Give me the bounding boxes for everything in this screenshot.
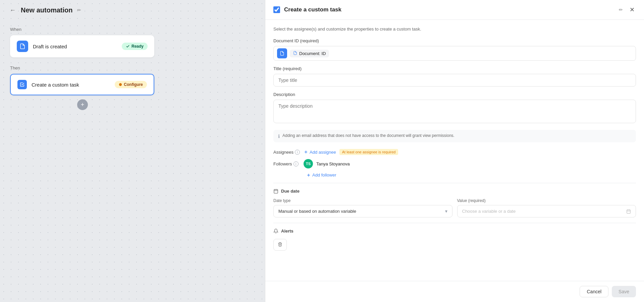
date-type-col: Date type Manual or based on automation …: [273, 198, 452, 217]
right-panel: Create a custom task ✏ ✕ Select the assi…: [265, 0, 644, 302]
info-icon: ℹ: [278, 134, 280, 139]
panel-header: Create a custom task ✏ ✕: [265, 0, 644, 20]
doc-id-field: Document: ID: [273, 46, 636, 61]
value-input[interactable]: Choose a variable or a date: [457, 205, 636, 217]
divider-1: [273, 183, 636, 183]
followers-info-icon[interactable]: i: [293, 161, 299, 166]
left-panel: ← New automation ✏ When Draft is created…: [0, 0, 265, 302]
configure-badge: Configure: [115, 81, 147, 88]
assignees-required-badge: At least one assignee is required: [339, 149, 398, 155]
canvas: When Draft is created Ready Then Creat: [0, 20, 265, 117]
due-date-label: Due date: [273, 189, 636, 194]
ready-badge: Ready: [122, 43, 148, 50]
add-follower-button[interactable]: Add follower: [306, 172, 336, 178]
info-text: Adding an email address that does not ha…: [282, 133, 454, 138]
title-input[interactable]: [273, 74, 636, 87]
followers-row: Followers i TS Tanya Stoyanova: [273, 159, 636, 168]
svg-point-0: [119, 83, 122, 86]
date-type-label: Date type: [273, 198, 452, 203]
assignees-info-icon[interactable]: i: [295, 150, 300, 155]
then-section: Then Create a custom task Configure: [10, 65, 255, 95]
panel-title: Create a custom task: [284, 6, 613, 13]
action-icon: [17, 80, 27, 89]
panel-checkbox[interactable]: [273, 6, 280, 13]
panel-edit-button[interactable]: ✏: [618, 6, 624, 14]
description-label: Description: [273, 92, 636, 97]
doc-id-value: Document: ID: [299, 51, 326, 56]
svg-rect-9: [627, 210, 631, 213]
delete-button[interactable]: [273, 239, 287, 251]
save-button[interactable]: Save: [612, 286, 636, 297]
add-follower-label: Add follower: [312, 172, 336, 178]
when-label: When: [10, 27, 255, 32]
due-date-text: Due date: [281, 189, 300, 194]
date-row: Date type Manual or based on automation …: [273, 198, 636, 217]
date-type-select[interactable]: Manual or based on automation variable: [273, 205, 452, 217]
trash-icon: [278, 242, 282, 247]
doc-id-label: Document ID (required): [273, 38, 636, 43]
trigger-card[interactable]: Draft is created Ready: [10, 35, 154, 57]
add-step-button[interactable]: +: [77, 99, 88, 110]
cancel-button[interactable]: Cancel: [580, 286, 608, 297]
add-assignee-label: Add assignee: [310, 150, 336, 155]
svg-rect-5: [274, 190, 278, 193]
assignees-row: Assignees i Add assignee At least one as…: [273, 149, 636, 155]
doc-blue-icon: [277, 48, 287, 58]
panel-footer: Cancel Save: [265, 281, 644, 302]
action-card[interactable]: Create a custom task Configure: [10, 74, 154, 95]
avatar: TS: [304, 159, 313, 168]
followers-label: Followers i: [273, 161, 300, 166]
action-name: Create a custom task: [32, 82, 110, 88]
page-title: New automation: [21, 6, 72, 14]
info-box: ℹ Adding an email address that does not …: [273, 130, 636, 142]
panel-subtitle: Select the assignee(s) and customize the…: [273, 27, 636, 32]
then-label: Then: [10, 65, 255, 70]
close-button[interactable]: ✕: [628, 5, 636, 14]
trigger-name: Draft is created: [33, 44, 117, 49]
alerts-label: Alerts: [281, 229, 293, 234]
follower-name: Tanya Stoyanova: [316, 161, 350, 166]
description-input[interactable]: [273, 100, 636, 123]
alerts-section: Alerts: [273, 229, 636, 234]
value-label: Value (required): [457, 198, 636, 203]
bell-icon: [273, 229, 278, 234]
edit-title-button[interactable]: ✏: [76, 6, 83, 14]
doc-small-icon: [293, 51, 297, 56]
top-bar: ← New automation ✏: [0, 0, 265, 20]
back-button[interactable]: ←: [8, 5, 17, 15]
add-assignee-button[interactable]: Add assignee: [304, 150, 336, 155]
value-col: Value (required) Choose a variable or a …: [457, 198, 636, 217]
date-type-select-wrapper: Manual or based on automation variable ▼: [273, 205, 452, 217]
doc-id-tag: Document: ID: [290, 50, 329, 57]
value-placeholder: Choose a variable or a date: [462, 209, 516, 214]
trigger-icon: [17, 41, 28, 52]
assignees-label: Assignees i: [273, 150, 300, 155]
divider-2: [273, 223, 636, 223]
title-field-label: Title (required): [273, 66, 636, 71]
panel-body: Select the assignee(s) and customize the…: [265, 20, 644, 281]
